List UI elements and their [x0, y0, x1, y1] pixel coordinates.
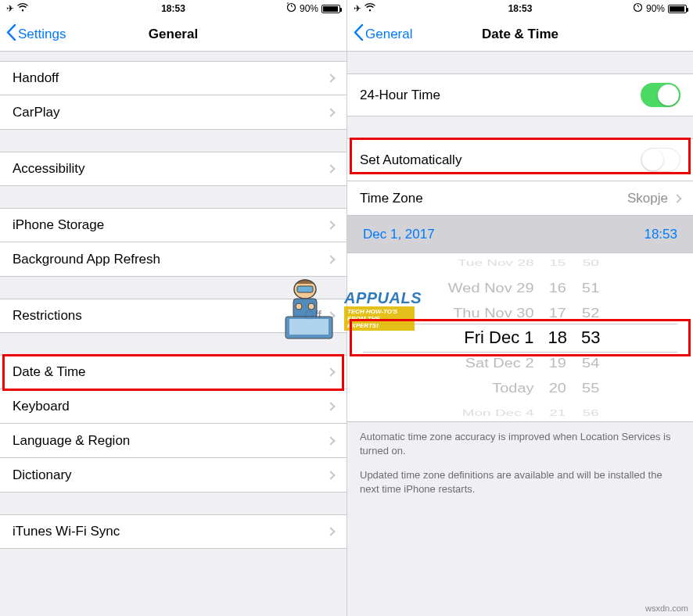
- picker-item: 15: [549, 255, 566, 270]
- navbar-general: Settings General: [0, 17, 346, 52]
- row-label: CarPlay: [13, 105, 59, 120]
- row-date-time[interactable]: Date & Time: [0, 355, 346, 389]
- chevron-left-icon: [6, 24, 16, 45]
- statusbar-time: 18:53: [161, 3, 185, 14]
- row-handoff[interactable]: Handoff: [0, 61, 346, 95]
- navbar-date-time: General Date & Time: [347, 17, 693, 52]
- picker-item-selected: Fri Dec 1: [464, 325, 533, 350]
- current-time: 18:53: [644, 227, 677, 242]
- current-date: Dec 1, 2017: [363, 227, 435, 242]
- wifi-icon: [364, 3, 375, 14]
- rotation-lock-icon: [286, 2, 296, 15]
- row-label: Language & Region: [13, 433, 130, 449]
- row-label: Set Automatically: [360, 152, 461, 168]
- picker-item: 16: [549, 277, 566, 298]
- chevron-right-icon: [326, 527, 335, 535]
- airplane-icon: ✈: [6, 3, 14, 14]
- screen-general: ✈ 18:53 90% Settings General Handoff: [0, 0, 346, 616]
- statusbar-time: 18:53: [508, 3, 533, 14]
- row-date-time-display[interactable]: Dec 1, 2017 18:53: [347, 216, 693, 253]
- row-value: Off: [304, 308, 321, 324]
- row-24-hour-time: 24-Hour Time: [347, 73, 693, 116]
- row-itunes-wifi-sync[interactable]: iTunes Wi-Fi Sync: [0, 514, 346, 549]
- picker-item: 52: [582, 302, 599, 323]
- row-background-app-refresh[interactable]: Background App Refresh: [0, 242, 346, 277]
- row-label: Date & Time: [13, 364, 86, 380]
- footer-text-2: Updated time zone definitions are availa…: [347, 460, 693, 499]
- picker-item: 51: [582, 277, 599, 298]
- chevron-right-icon: [326, 108, 335, 116]
- row-value: Skopje: [627, 191, 668, 206]
- picker-item: Wed Nov 29: [448, 277, 534, 298]
- picker-item: Tue Nov 28: [458, 255, 534, 270]
- battery-icon: [321, 5, 340, 13]
- picker-item: 20: [549, 377, 566, 398]
- row-label: iTunes Wi-Fi Sync: [13, 524, 120, 539]
- row-label: Keyboard: [13, 399, 70, 414]
- row-language-region[interactable]: Language & Region: [0, 424, 346, 458]
- chevron-right-icon: [326, 367, 335, 376]
- picker-item: Sat Dec 2: [465, 352, 534, 373]
- picker-col-hour[interactable]: 15 16 17 18 19 20 21: [548, 250, 567, 425]
- row-iphone-storage[interactable]: iPhone Storage: [0, 208, 346, 242]
- chevron-right-icon: [326, 73, 335, 82]
- date-time-picker[interactable]: Tue Nov 28 Wed Nov 29 Thu Nov 30 Fri Dec…: [347, 253, 693, 422]
- picker-item: Today: [492, 377, 533, 398]
- row-label: Handoff: [13, 70, 59, 86]
- row-accessibility[interactable]: Accessibility: [0, 152, 346, 186]
- picker-item: 55: [582, 377, 599, 398]
- chevron-right-icon: [326, 164, 335, 173]
- rotation-lock-icon: [633, 2, 643, 15]
- chevron-right-icon: [326, 471, 335, 479]
- row-label: Restrictions: [13, 308, 82, 324]
- back-to-settings[interactable]: Settings: [6, 24, 66, 45]
- back-label: General: [365, 27, 412, 42]
- watermark-site: wsxdn.com: [645, 603, 688, 613]
- chevron-right-icon: [326, 220, 335, 229]
- row-label: Dictionary: [13, 467, 72, 483]
- airplane-icon: ✈: [354, 3, 361, 14]
- picker-item: 21: [549, 405, 566, 420]
- status-bar: ✈ 18:53 90%: [347, 0, 693, 17]
- picker-item: 54: [582, 352, 599, 373]
- picker-item: 19: [549, 352, 566, 373]
- picker-item: 50: [583, 255, 599, 270]
- row-dictionary[interactable]: Dictionary: [0, 458, 346, 492]
- row-keyboard[interactable]: Keyboard: [0, 389, 346, 424]
- picker-item-selected: 18: [548, 325, 567, 350]
- chevron-right-icon: [326, 255, 335, 263]
- chevron-right-icon: [326, 402, 335, 410]
- battery-icon: [668, 5, 687, 13]
- picker-item-selected: 53: [581, 325, 600, 350]
- screen-date-time: ✈ 18:53 90% General Date & Time 24-Hour …: [346, 0, 693, 616]
- row-time-zone[interactable]: Time Zone Skopje: [347, 181, 693, 216]
- switch-24-hour-time[interactable]: [641, 83, 680, 107]
- battery-percent: 90%: [300, 3, 318, 14]
- row-label: Time Zone: [360, 191, 423, 206]
- wifi-icon: [17, 3, 28, 14]
- picker-item: 56: [583, 405, 599, 420]
- page-title: Date & Time: [482, 27, 558, 42]
- chevron-right-icon: [673, 194, 681, 202]
- picker-item: 17: [549, 302, 566, 323]
- chevron-right-icon: [326, 311, 335, 320]
- row-restrictions[interactable]: Restrictions Off: [0, 299, 346, 333]
- back-to-general[interactable]: General: [354, 24, 412, 45]
- row-carplay[interactable]: CarPlay: [0, 95, 346, 130]
- row-label: Accessibility: [13, 161, 85, 177]
- row-label: iPhone Storage: [13, 217, 104, 233]
- back-label: Settings: [18, 27, 66, 42]
- page-title: General: [149, 27, 198, 42]
- picker-item: Mon Dec 4: [462, 405, 534, 420]
- picker-col-minute[interactable]: 50 51 52 53 54 55 56: [581, 250, 600, 425]
- chevron-left-icon: [354, 24, 364, 45]
- battery-percent: 90%: [646, 3, 665, 14]
- chevron-right-icon: [326, 436, 335, 445]
- status-bar: ✈ 18:53 90%: [0, 0, 346, 17]
- picker-col-date[interactable]: Tue Nov 28 Wed Nov 29 Thu Nov 30 Fri Dec…: [440, 250, 534, 425]
- picker-item: Thu Nov 30: [453, 302, 533, 323]
- row-set-automatically: Set Automatically: [347, 138, 693, 181]
- row-label: Background App Refresh: [13, 252, 160, 267]
- footer-text-1: Automatic time zone accuracy is improved…: [347, 422, 693, 460]
- switch-set-automatically[interactable]: [641, 148, 680, 172]
